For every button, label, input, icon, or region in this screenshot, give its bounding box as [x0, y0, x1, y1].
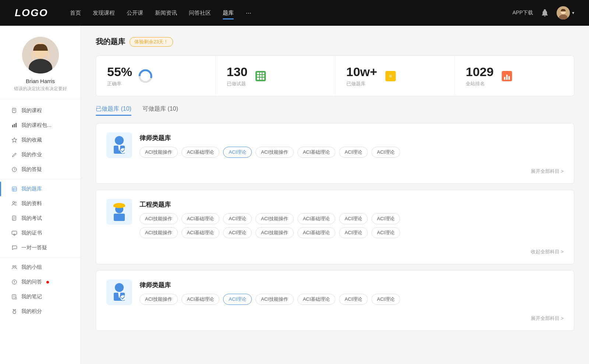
sidebar-item-course-pack[interactable]: 我的课程包...: [0, 118, 81, 133]
sidebar-item-question-bank[interactable]: 我的题库: [0, 182, 81, 196]
tag-item[interactable]: ACI理论: [339, 227, 368, 238]
sidebar-item-my-course[interactable]: 我的课程: [0, 103, 81, 118]
edit-icon: [11, 151, 18, 158]
sidebar-label: 我的积分: [21, 308, 42, 315]
sidebar: Brian Harris 错误的决定比没有决定要好 我的课程 我的课程包...: [0, 26, 81, 364]
sidebar-label: 我的考试: [21, 215, 42, 222]
stat-rank: 1029 全站排名: [455, 56, 574, 96]
svg-point-37: [13, 311, 16, 314]
sidebar-item-my-qa[interactable]: ? 我的答疑: [0, 162, 81, 177]
qbank-card-1: 律师类题库 ACI技能操作 ACI基础理论 ACI理论 ACI技能操作 ACI基…: [96, 123, 574, 184]
tag-item[interactable]: ACI基础理论: [297, 227, 336, 238]
tab-done-banks[interactable]: 已做题库 (10): [96, 105, 131, 116]
tag-item[interactable]: ACI基础理论: [181, 227, 220, 238]
expand-link-3[interactable]: 展开全部科目 >: [106, 314, 564, 322]
stat-label-rank: 全站排名: [466, 81, 494, 87]
tag-item[interactable]: ACI技能操作: [255, 147, 294, 158]
tag-item[interactable]: ACI基础理论: [297, 213, 336, 224]
tag-item[interactable]: ACI基础理论: [297, 294, 336, 305]
tag-item[interactable]: ACI基础理论: [181, 213, 220, 224]
nav-question-bank[interactable]: 题库: [223, 8, 234, 18]
tag-item[interactable]: ACI技能操作: [255, 213, 294, 224]
tag-item[interactable]: ACI理论: [371, 227, 400, 238]
svg-point-20: [13, 201, 14, 203]
collapse-link-2[interactable]: 收起全部科目 >: [106, 247, 564, 255]
tag-item[interactable]: ACI技能操作: [140, 294, 178, 305]
sidebar-item-collection[interactable]: 我的收藏: [0, 133, 81, 147]
app-download-button[interactable]: APP下载: [512, 10, 533, 16]
sidebar-item-my-exam[interactable]: 我的考试: [0, 211, 81, 226]
tag-item[interactable]: ACI基础理论: [297, 147, 336, 158]
tag-item[interactable]: ACI理论: [223, 227, 252, 238]
tag-item[interactable]: ACI理论: [371, 147, 400, 158]
stat-label-done-q: 已做试题: [227, 81, 248, 87]
sidebar-item-my-notes[interactable]: 我的笔记: [0, 289, 81, 304]
tag-item[interactable]: ACI技能操作: [140, 213, 178, 224]
group-icon: [11, 264, 18, 271]
sidebar-label: 我的课程包...: [21, 122, 52, 129]
logo[interactable]: LOGO: [15, 7, 48, 19]
sidebar-item-my-points[interactable]: 我的积分: [0, 304, 81, 319]
sidebar-label: 我的课程: [21, 107, 42, 114]
qbank-name-1: 律师类题库: [140, 134, 564, 142]
sidebar-item-my-data[interactable]: 我的资料: [0, 196, 81, 211]
tag-item[interactable]: ACI技能操作: [140, 147, 178, 158]
tag-item[interactable]: ACI理论: [339, 213, 368, 224]
sidebar-item-my-cert[interactable]: 我的证书: [0, 226, 81, 240]
question-circle-icon: ?: [11, 166, 18, 173]
user-avatar-wrap[interactable]: ▾: [557, 6, 574, 19]
tag-item[interactable]: ACI技能操作: [255, 227, 294, 238]
nav-more[interactable]: ···: [246, 9, 251, 17]
qbank-name-2: 工程类题库: [140, 200, 564, 209]
stat-value-rank: 1029: [466, 65, 494, 79]
avatar: [557, 6, 570, 19]
tag-item[interactable]: ACI技能操作: [255, 294, 294, 305]
nav-news[interactable]: 新闻资讯: [155, 8, 177, 18]
sidebar-item-homework[interactable]: 我的作业: [0, 147, 81, 162]
sidebar-label: 我的问答: [21, 279, 42, 285]
nav-open-course[interactable]: 公开课: [127, 8, 143, 18]
sidebar-label: 我的收藏: [21, 137, 42, 143]
trial-badge: 体验剩余23天！: [130, 37, 173, 47]
main-content: 我的题库 体验剩余23天！ 55% 正确率: [81, 26, 589, 364]
tab-available-banks[interactable]: 可做题库 (10): [142, 105, 178, 116]
header-right: APP下载 ▾: [512, 6, 574, 19]
qbank-header-2: 工程类题库 ACI技能操作 ACI基础理论 ACI理论 ACI技能操作 ACI基…: [106, 199, 564, 241]
tags-row-1: ACI技能操作 ACI基础理论 ACI理论 ACI技能操作 ACI基础理论 AC…: [140, 147, 564, 158]
svg-rect-9: [12, 125, 13, 128]
svg-rect-16: [12, 187, 17, 191]
nav-qa[interactable]: 问答社区: [189, 8, 211, 18]
qbank-icon-engineering: [106, 199, 132, 225]
tag-item[interactable]: ACI理论: [339, 147, 368, 158]
note-icon: [11, 293, 18, 300]
qbank-card-2: 工程类题库 ACI技能操作 ACI基础理论 ACI理论 ACI技能操作 ACI基…: [96, 190, 574, 264]
tabs-row: 已做题库 (10) 可做题库 (10): [96, 105, 574, 116]
tag-item[interactable]: ACI理论: [371, 294, 400, 305]
profile-name: Brian Harris: [26, 78, 55, 84]
tag-item-active[interactable]: ACI理论: [223, 147, 252, 158]
tag-item[interactable]: ACI理论: [371, 213, 400, 224]
tag-item[interactable]: ACI技能操作: [140, 227, 178, 238]
sidebar-item-1to1-qa[interactable]: 一对一答疑: [0, 240, 81, 255]
tag-item[interactable]: ACI基础理论: [181, 147, 220, 158]
qbank-header-1: 律师类题库 ACI技能操作 ACI基础理论 ACI理论 ACI技能操作 ACI基…: [106, 132, 564, 161]
tag-item[interactable]: ACI理论: [339, 294, 368, 305]
page-header: 我的题库 体验剩余23天！: [96, 37, 574, 47]
tag-item[interactable]: ACI基础理论: [181, 294, 220, 305]
stats-row: 55% 正确率 130 已做试题: [96, 56, 574, 96]
tags-row-2b: ACI技能操作 ACI基础理论 ACI理论 ACI技能操作 ACI基础理论 AC…: [140, 227, 564, 238]
expand-link-1[interactable]: 展开全部科目 >: [106, 167, 564, 175]
tags-row-3: ACI技能操作 ACI基础理论 ACI理论 ACI技能操作 ACI基础理论 AC…: [140, 294, 564, 305]
profile-avatar: [22, 37, 59, 74]
stat-accuracy: 55% 正确率: [96, 56, 216, 96]
nav-home[interactable]: 首页: [70, 8, 81, 18]
page-layout: Brian Harris 错误的决定比没有决定要好 我的课程 我的课程包...: [0, 26, 589, 364]
sidebar-item-my-group[interactable]: 我的小组: [0, 260, 81, 275]
stat-value-accuracy: 55%: [107, 65, 132, 79]
tag-item-active[interactable]: ACI理论: [223, 294, 252, 305]
sidebar-item-my-questions[interactable]: 我的问答: [0, 275, 81, 289]
tag-item[interactable]: ACI理论: [223, 213, 252, 224]
svg-point-32: [14, 283, 14, 283]
nav-discover[interactable]: 发现课程: [93, 8, 115, 18]
notification-bell-icon[interactable]: [540, 8, 549, 17]
